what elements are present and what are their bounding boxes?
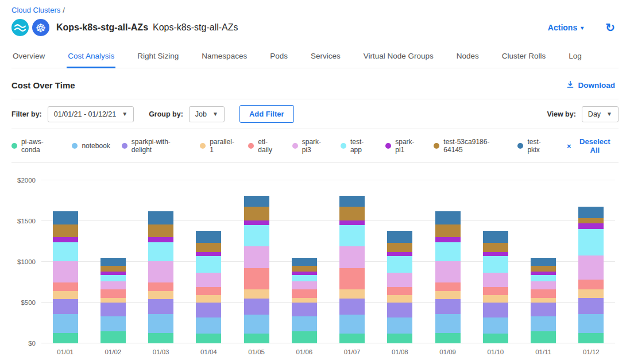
bar-segment-spark-pi1[interactable]	[53, 237, 78, 242]
bar-segment-test-pkix[interactable]	[387, 231, 412, 243]
bar-segment-test-app[interactable]	[101, 275, 126, 281]
bar-segment-pi-aws-conda[interactable]	[53, 333, 78, 343]
tab-cluster-rolls[interactable]: Cluster Rolls	[501, 45, 547, 68]
bar-segment-pi-aws-conda[interactable]	[244, 334, 269, 343]
bar-segment-test-app[interactable]	[339, 225, 365, 246]
actions-button[interactable]: Actions ▾	[544, 22, 587, 33]
add-filter-button[interactable]: Add Filter	[239, 105, 294, 123]
bar-segment-etl-daily[interactable]	[387, 287, 412, 295]
bar-segment-spark-pi1[interactable]	[339, 220, 365, 226]
bar-segment-notebook[interactable]	[292, 316, 317, 331]
tab-pods[interactable]: Pods	[269, 45, 289, 68]
bar-segment-etl-daily[interactable]	[292, 289, 317, 297]
bar-segment-spark-pi3[interactable]	[483, 273, 508, 288]
bar-segment-etl-daily[interactable]	[531, 289, 556, 297]
bar-segment-spark-pi1[interactable]	[196, 252, 221, 256]
tab-namespaces[interactable]: Namespaces	[200, 45, 248, 68]
stacked-bar-01/05[interactable]	[244, 180, 269, 343]
bar-segment-sparkpi-with-delight[interactable]	[578, 298, 604, 314]
bar-segment-test-53ca9186-64145[interactable]	[244, 207, 269, 220]
stacked-bar-01/06[interactable]	[292, 180, 317, 343]
bar-segment-test-53ca9186-64145[interactable]	[578, 218, 604, 223]
bar-segment-parallel-1[interactable]	[148, 291, 173, 299]
tab-virtual-node-groups[interactable]: Virtual Node Groups	[362, 45, 435, 68]
bar-segment-test-pkix[interactable]	[483, 231, 508, 243]
stacked-bar-01/08[interactable]	[387, 180, 412, 343]
bar-segment-etl-daily[interactable]	[578, 280, 604, 289]
tab-nodes[interactable]: Nodes	[455, 45, 480, 68]
bar-segment-parallel-1[interactable]	[292, 298, 317, 303]
group-by-select[interactable]: Job ▼	[189, 106, 225, 122]
bar-segment-parallel-1[interactable]	[101, 298, 126, 303]
bar-segment-test-53ca9186-64145[interactable]	[196, 243, 221, 252]
bar-segment-spark-pi1[interactable]	[578, 223, 604, 230]
tab-cost-analysis[interactable]: Cost Analysis	[67, 45, 115, 68]
bar-segment-spark-pi3[interactable]	[148, 261, 173, 282]
stacked-bar-01/01[interactable]	[53, 180, 78, 343]
bar-segment-parallel-1[interactable]	[483, 295, 508, 303]
bar-segment-notebook[interactable]	[148, 314, 173, 333]
bar-segment-etl-daily[interactable]	[148, 282, 173, 292]
tab-services[interactable]: Services	[310, 45, 342, 68]
bar-segment-notebook[interactable]	[387, 317, 412, 334]
bar-segment-notebook[interactable]	[483, 317, 508, 334]
bar-segment-sparkpi-with-delight[interactable]	[339, 299, 365, 315]
bar-segment-sparkpi-with-delight[interactable]	[148, 299, 173, 314]
bar-segment-test-pkix[interactable]	[148, 211, 173, 224]
bar-segment-sparkpi-with-delight[interactable]	[101, 303, 126, 316]
bar-segment-test-app[interactable]	[53, 242, 78, 261]
bar-segment-test-53ca9186-64145[interactable]	[483, 243, 508, 252]
bar-segment-sparkpi-with-delight[interactable]	[292, 303, 317, 316]
bar-segment-test-pkix[interactable]	[578, 207, 604, 218]
bar-segment-test-app[interactable]	[483, 256, 508, 272]
bar-segment-parallel-1[interactable]	[53, 291, 78, 299]
bar-segment-test-53ca9186-64145[interactable]	[292, 266, 317, 272]
bar-segment-spark-pi3[interactable]	[244, 246, 269, 268]
bar-segment-spark-pi1[interactable]	[148, 237, 173, 242]
bar-segment-test-53ca9186-64145[interactable]	[531, 266, 556, 272]
stacked-bar-01/02[interactable]	[101, 180, 126, 343]
bar-segment-sparkpi-with-delight[interactable]	[387, 303, 412, 317]
bar-segment-notebook[interactable]	[578, 314, 604, 333]
bar-segment-test-pkix[interactable]	[244, 196, 269, 206]
bar-segment-spark-pi3[interactable]	[101, 281, 126, 289]
bar-segment-spark-pi3[interactable]	[531, 281, 556, 289]
bar-segment-parallel-1[interactable]	[196, 295, 221, 303]
bar-segment-spark-pi1[interactable]	[483, 252, 508, 256]
legend-item-spark-pi1[interactable]: spark-pi1	[385, 138, 422, 154]
bar-segment-sparkpi-with-delight[interactable]	[483, 303, 508, 317]
bar-segment-parallel-1[interactable]	[387, 295, 412, 303]
bar-segment-test-pkix[interactable]	[531, 258, 556, 266]
bar-segment-test-app[interactable]	[244, 225, 269, 246]
tab-overview[interactable]: Overview	[11, 45, 46, 68]
bar-segment-test-pkix[interactable]	[435, 211, 461, 224]
bar-segment-pi-aws-conda[interactable]	[435, 333, 461, 343]
bar-segment-notebook[interactable]	[244, 315, 269, 334]
bar-segment-spark-pi1[interactable]	[244, 220, 269, 226]
stacked-bar-01/04[interactable]	[196, 180, 221, 343]
bar-segment-pi-aws-conda[interactable]	[148, 333, 173, 343]
bar-segment-test-app[interactable]	[196, 256, 221, 272]
legend-item-notebook[interactable]: notebook	[72, 142, 110, 150]
legend-item-parallel-1[interactable]: parallel-1	[200, 138, 237, 154]
bar-segment-spark-pi1[interactable]	[435, 237, 461, 242]
bar-segment-spark-pi1[interactable]	[387, 252, 412, 256]
bar-segment-test-app[interactable]	[148, 242, 173, 261]
bar-segment-notebook[interactable]	[531, 316, 556, 331]
bar-segment-test-53ca9186-64145[interactable]	[53, 224, 78, 238]
bar-segment-sparkpi-with-delight[interactable]	[435, 299, 461, 314]
legend-item-pi-aws-conda[interactable]: pi-aws-conda	[11, 138, 60, 154]
bar-segment-etl-daily[interactable]	[435, 282, 461, 292]
stacked-bar-01/10[interactable]	[483, 180, 508, 343]
bar-segment-spark-pi3[interactable]	[292, 281, 317, 289]
bar-segment-test-app[interactable]	[435, 242, 461, 261]
download-button[interactable]: Download	[563, 80, 619, 91]
bar-segment-test-pkix[interactable]	[292, 258, 317, 266]
legend-item-spark-pi3[interactable]: spark-pi3	[292, 138, 329, 154]
bar-segment-notebook[interactable]	[53, 314, 78, 333]
bar-segment-etl-daily[interactable]	[483, 287, 508, 295]
deselect-all-button[interactable]: × Deselect All	[563, 137, 619, 155]
bar-segment-spark-pi3[interactable]	[387, 273, 412, 288]
bar-segment-parallel-1[interactable]	[435, 291, 461, 299]
bar-segment-sparkpi-with-delight[interactable]	[196, 303, 221, 317]
